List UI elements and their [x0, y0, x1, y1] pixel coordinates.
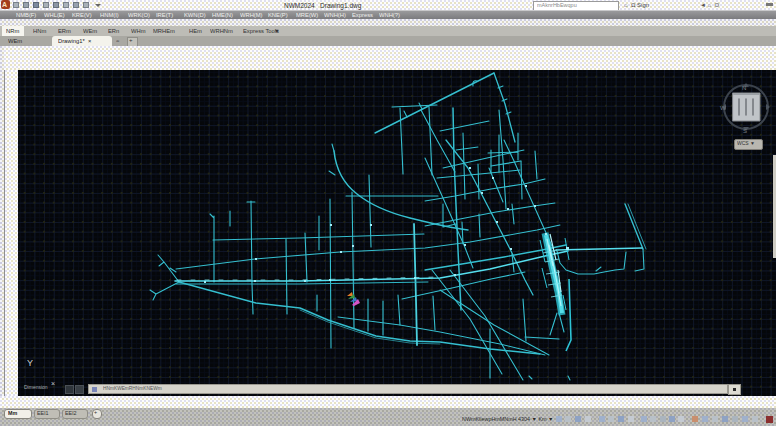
svg-text:S: S — [743, 128, 747, 134]
svg-text:N: N — [742, 85, 746, 91]
svg-text:Y: Y — [27, 358, 33, 368]
svg-text:W: W — [720, 105, 726, 111]
